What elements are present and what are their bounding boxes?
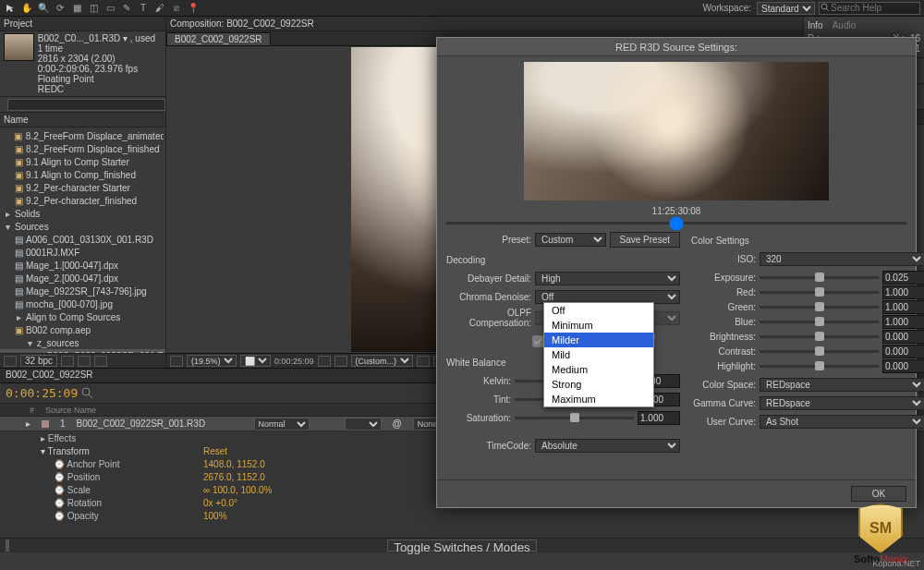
slider-input[interactable] bbox=[760, 306, 879, 309]
rotate-icon[interactable]: ⟳ bbox=[54, 2, 67, 15]
tree-item[interactable]: ▤Mage_2.[000-047].dpx bbox=[0, 272, 165, 285]
tree-item[interactable]: ▾Sources bbox=[0, 220, 165, 233]
tree-item[interactable]: ▸Align to Comp Sources bbox=[0, 310, 165, 323]
slider-value[interactable] bbox=[882, 345, 924, 358]
dropdown-option[interactable]: Strong bbox=[544, 377, 653, 392]
search-help-input[interactable] bbox=[819, 2, 920, 15]
tree-item[interactable]: ▤mocha_[000-070].jpg bbox=[0, 297, 165, 310]
slider-input[interactable] bbox=[760, 321, 879, 323]
iso-select[interactable]: 320 bbox=[760, 252, 924, 266]
zoom-select[interactable]: (19.5%) bbox=[187, 355, 237, 367]
save-preset-button[interactable]: Save Preset bbox=[610, 232, 680, 248]
dropdown-option[interactable]: Off bbox=[544, 303, 653, 318]
tree-item[interactable]: ▤Mage_0922SR_[743-796].jpg bbox=[0, 285, 165, 297]
viewer-time[interactable]: 0:00:25:09 bbox=[274, 357, 314, 366]
col-index[interactable]: # bbox=[24, 406, 40, 415]
slider-input[interactable] bbox=[760, 276, 879, 279]
saturation-slider[interactable] bbox=[515, 417, 634, 419]
trash-icon[interactable] bbox=[94, 356, 107, 367]
slider-input[interactable] bbox=[760, 335, 879, 338]
tree-item[interactable]: ▣8.2_FreeForm Displace_finished bbox=[0, 142, 165, 155]
slider-value[interactable] bbox=[882, 315, 924, 329]
property-value[interactable]: 100% bbox=[203, 511, 227, 521]
property-value[interactable]: 1408.0, 1152.0 bbox=[203, 459, 265, 469]
resolution-select[interactable]: (Custom...) bbox=[351, 355, 413, 367]
new-folder-icon[interactable] bbox=[61, 356, 74, 367]
roi-icon[interactable] bbox=[417, 356, 430, 367]
property-row[interactable]: ⌚ Opacity100% bbox=[0, 509, 924, 522]
tree-item[interactable]: ▣9.2_Per-character_finished bbox=[0, 194, 165, 207]
bpc-button[interactable]: 32 bpc bbox=[20, 355, 57, 367]
layer-trkmat-select[interactable] bbox=[345, 418, 382, 431]
slider-input[interactable] bbox=[760, 365, 879, 368]
tree-item[interactable]: ▸Solids bbox=[0, 207, 165, 220]
property-value[interactable]: ∞ 100.0, 100.0% bbox=[203, 485, 272, 495]
preset-select[interactable]: Custom bbox=[535, 233, 606, 247]
slider-input[interactable] bbox=[760, 291, 879, 294]
debayer-select[interactable]: High bbox=[535, 272, 680, 285]
new-comp-icon[interactable] bbox=[78, 356, 91, 367]
name-column-header[interactable]: Name bbox=[0, 113, 165, 127]
current-time[interactable]: 0:00:25:09 bbox=[6, 386, 78, 400]
res-preset-select[interactable]: ⬜ bbox=[240, 355, 271, 367]
gamma-select[interactable]: REDspace bbox=[760, 396, 924, 410]
property-value[interactable]: 2676.0, 1152.0 bbox=[203, 472, 265, 482]
interpret-footage-icon[interactable] bbox=[4, 356, 17, 367]
toggle-switches-button[interactable]: Toggle Switches / Modes bbox=[387, 540, 536, 552]
parent-pick-icon[interactable]: @ bbox=[393, 418, 402, 429]
timecode-select[interactable]: Absolute bbox=[535, 439, 680, 453]
info-tab[interactable]: Info bbox=[808, 20, 823, 30]
pointer-icon[interactable] bbox=[4, 2, 17, 15]
camera-tool-icon[interactable]: ▦ bbox=[70, 2, 83, 15]
project-tree[interactable]: ▣8.2_FreeForm Displace_animated▣8.2_Free… bbox=[0, 127, 165, 353]
colorspace-select[interactable]: REDspace bbox=[760, 378, 924, 392]
usercurve-select[interactable]: As Shot bbox=[760, 415, 924, 429]
layer-mode-select[interactable]: Normal bbox=[254, 418, 310, 431]
tree-item[interactable]: ▤Mage_1.[000-047].dpx bbox=[0, 259, 165, 272]
transform-reset[interactable]: Reset bbox=[203, 446, 227, 456]
tl-foot-icon-2[interactable] bbox=[7, 540, 9, 552]
tree-item[interactable]: ▣9.1 Align to Comp_finished bbox=[0, 168, 165, 181]
snapshot-icon[interactable] bbox=[318, 356, 331, 367]
property-value[interactable]: 0x +0.0° bbox=[203, 498, 237, 508]
tree-item[interactable]: ▾z_sources bbox=[0, 336, 165, 349]
project-tab[interactable]: Project bbox=[0, 17, 165, 31]
dropdown-option[interactable]: Medium bbox=[544, 362, 653, 377]
slider-value[interactable] bbox=[882, 330, 924, 344]
pen-tool-icon[interactable]: ✎ bbox=[120, 2, 133, 15]
slider-value[interactable] bbox=[882, 285, 924, 299]
search-icon[interactable] bbox=[81, 387, 94, 400]
scrub-slider[interactable] bbox=[446, 222, 906, 224]
tree-item[interactable]: ▤0001RJ.MXF bbox=[0, 246, 165, 259]
puppet-tool-icon[interactable]: 📍 bbox=[187, 2, 200, 15]
workspace-select[interactable]: Standard bbox=[757, 2, 815, 15]
tree-item[interactable]: ▣8.2_FreeForm Displace_animated bbox=[0, 129, 165, 142]
ok-button[interactable]: OK bbox=[851, 486, 906, 502]
project-search-input[interactable] bbox=[7, 99, 165, 111]
grid-icon[interactable] bbox=[170, 356, 183, 367]
slider-value[interactable] bbox=[882, 271, 924, 285]
dropdown-option[interactable]: Maximum bbox=[544, 392, 653, 406]
text-tool-icon[interactable]: T bbox=[137, 2, 150, 15]
slider-input[interactable] bbox=[760, 350, 879, 353]
stamp-tool-icon[interactable]: ⎚ bbox=[170, 2, 183, 15]
chroma-denoise-menu[interactable]: OffMinimumMilderMildMediumStrongMaximum bbox=[543, 302, 654, 407]
slider-value[interactable] bbox=[882, 359, 924, 373]
slider-value[interactable] bbox=[882, 300, 924, 314]
tree-item[interactable]: ▣B002 comp.aep bbox=[0, 323, 165, 336]
brush-tool-icon[interactable]: 🖌 bbox=[153, 2, 166, 15]
dropdown-option[interactable]: Mild bbox=[544, 347, 653, 362]
tree-item[interactable]: ▣9.2_Per-character Starter bbox=[0, 181, 165, 194]
saturation-value[interactable] bbox=[638, 411, 680, 425]
audio-tab[interactable]: Audio bbox=[833, 20, 857, 30]
dropdown-option[interactable]: Minimum bbox=[544, 318, 653, 333]
pan-behind-icon[interactable]: ◫ bbox=[87, 2, 100, 15]
dropdown-option[interactable]: Milder bbox=[544, 333, 653, 347]
zoom-icon[interactable]: 🔍 bbox=[37, 2, 50, 15]
hand-icon[interactable]: ✋ bbox=[20, 2, 33, 15]
channel-icon[interactable] bbox=[334, 356, 347, 367]
shape-tool-icon[interactable]: ▭ bbox=[103, 2, 116, 15]
viewer-tab[interactable]: B002_C002_0922SR bbox=[166, 32, 271, 45]
tree-item[interactable]: ▣9.1 Align to Comp Starter bbox=[0, 155, 165, 168]
tree-item[interactable]: ▤A006_C001_03130X_001.R3D bbox=[0, 233, 165, 246]
